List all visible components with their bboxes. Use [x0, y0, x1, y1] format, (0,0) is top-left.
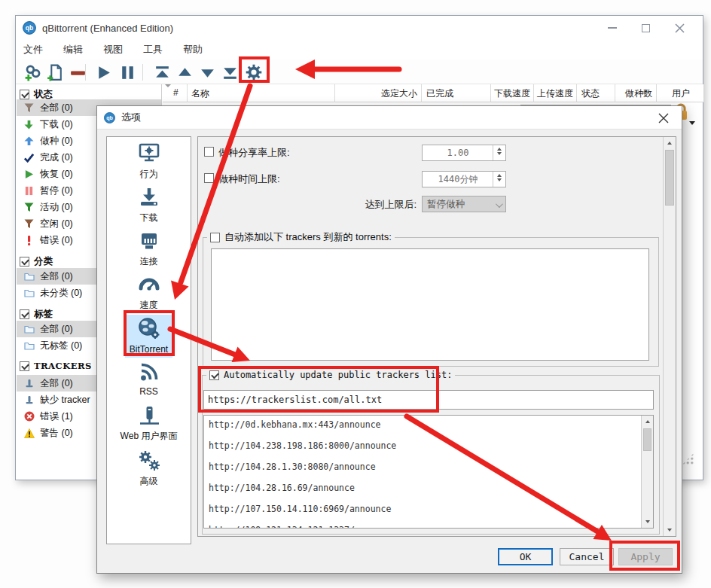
funnel-icon [23, 202, 35, 212]
menu-edit[interactable]: 编辑 [63, 43, 93, 56]
annotation-box-apply [609, 541, 680, 571]
play-icon [23, 169, 35, 179]
col-upload-speed[interactable]: 上传速度 [508, 87, 573, 100]
trackers-checkbox[interactable] [20, 361, 29, 371]
tracker-list-item: http://104.28.16.69/announce [209, 483, 355, 495]
close-button[interactable] [663, 16, 697, 40]
nav-downloads[interactable]: 下载 [108, 185, 190, 224]
auto-add-trackers-label: 自动添加以下 trackers 到新的 torrents: [224, 230, 392, 244]
window-resize-grip[interactable] [682, 452, 694, 465]
seed-time-spinbox[interactable]: 1440分钟 [422, 171, 506, 187]
folder-icon [23, 288, 35, 298]
spinner-buttons[interactable] [493, 145, 505, 160]
col-selected-size[interactable]: 选定大小 [342, 87, 417, 100]
cancel-button[interactable]: Cancel [560, 548, 614, 565]
funnel-icon [23, 102, 35, 113]
move-down-button[interactable] [197, 62, 218, 83]
nav-speed[interactable]: 速度 [108, 273, 190, 312]
add-torrent-file-button[interactable] [44, 62, 66, 83]
nav-advanced[interactable]: 高级 [108, 449, 190, 488]
section-trackers: TRACKERS [20, 358, 92, 373]
scrollbar-thumb[interactable] [665, 150, 674, 206]
error-icon [23, 411, 35, 422]
settings-scrollbar[interactable] [663, 137, 676, 536]
torrent-table-header: # 名称 选定大小 已完成 下载速度 上传速度 状态 做种数 用户 [163, 84, 703, 102]
move-bottom-icon [221, 63, 240, 82]
qbittorrent-logo-icon: qb [23, 21, 36, 35]
annotation-box-gear [239, 56, 270, 83]
seed-ratio-checkbox[interactable] [204, 147, 214, 157]
check-icon [23, 152, 35, 163]
pause-button[interactable] [117, 62, 138, 83]
spin-down-icon [497, 152, 502, 155]
section-tags: 标签 [20, 306, 53, 321]
move-top-icon [153, 63, 172, 82]
svg-text:qb: qb [106, 115, 113, 121]
move-up-icon [175, 63, 194, 82]
menu-view[interactable]: 视图 [103, 43, 133, 56]
status-checkbox[interactable] [20, 90, 29, 99]
warning-icon [23, 428, 35, 438]
upload-arrow-icon [23, 136, 35, 146]
dialog-close-button[interactable] [647, 106, 680, 129]
menu-file[interactable]: 文件 [23, 43, 53, 56]
limit-action-dropdown[interactable]: 暂停做种 [422, 196, 506, 212]
tracker-list-item: http://104.238.198.186:8000/announce [209, 440, 396, 452]
scroll-up-icon[interactable] [642, 416, 653, 428]
folder-icon [23, 324, 35, 334]
tracker-list-item: http://109.121.134.121:1337/announce [209, 525, 396, 529]
nav-webui[interactable]: Web 用户界面 [108, 404, 190, 443]
move-bottom-button[interactable] [219, 62, 240, 83]
nav-behavior[interactable]: 行为 [108, 142, 190, 181]
limit-reached-label: 达到上限后: [306, 198, 417, 212]
move-up-button[interactable] [174, 62, 195, 83]
seed-ratio-label: 做种分享率上限: [218, 146, 290, 160]
nav-connection[interactable]: 连接 [108, 229, 190, 268]
title-bar: qb qBittorrent (Enhanced Edition) [16, 16, 703, 40]
tracker-list-item: http://104.28.1.30:8080/announce [209, 462, 376, 474]
new-trackers-textarea[interactable] [211, 248, 649, 361]
tracker-pin-icon [23, 395, 35, 405]
ok-button[interactable]: OK [498, 548, 553, 565]
col-number[interactable]: # [173, 87, 179, 98]
menu-help[interactable]: 帮助 [183, 43, 212, 56]
scroll-down-icon[interactable] [664, 524, 676, 536]
tags-checkbox[interactable] [20, 309, 29, 319]
options-dialog: qb 选项 行为 [96, 105, 682, 574]
funnel-icon [23, 218, 35, 229]
seed-time-checkbox[interactable] [204, 173, 214, 183]
scrollbar-thumb[interactable] [643, 428, 651, 451]
tracker-list-scrollbar[interactable] [641, 416, 653, 528]
seed-ratio-spinbox[interactable]: 1.00 [422, 145, 506, 161]
menu-tools[interactable]: 工具 [143, 43, 172, 56]
maximize-icon [642, 24, 650, 32]
pause-icon [23, 185, 35, 196]
bittorrent-settings-pane: 做种分享率上限: 1.00 做种时间上限: 1440分钟 达到上限后: 暂停做种… [197, 136, 676, 537]
nav-rss[interactable]: RSS [108, 360, 190, 397]
seed-time-label: 做种时间上限: [218, 172, 280, 186]
scroll-down-icon[interactable] [642, 516, 653, 528]
exclamation-icon [23, 235, 35, 245]
section-categories: 分类 [20, 254, 53, 269]
col-name[interactable]: 名称 [191, 87, 209, 100]
public-trackers-list[interactable]: http://0d.kebhana.mx:443/announce http:/… [203, 415, 654, 529]
annotation-box-auto-update [198, 366, 439, 413]
play-icon [94, 63, 113, 82]
maximize-button[interactable] [629, 16, 663, 40]
categories-checkbox[interactable] [20, 257, 29, 267]
lock-dropdown-carat [689, 121, 695, 125]
auto-add-trackers-checkbox[interactable] [210, 233, 220, 242]
scroll-up-icon[interactable] [664, 137, 676, 149]
folder-icon [23, 271, 35, 282]
col-users[interactable]: 用户 [624, 87, 690, 100]
move-top-button[interactable] [151, 62, 172, 83]
minimize-icon [608, 27, 617, 29]
minimize-button[interactable] [595, 16, 629, 40]
chevron-down-icon [496, 200, 503, 208]
spinner-buttons[interactable] [493, 172, 505, 187]
pause-icon [118, 63, 137, 82]
col-completed[interactable]: 已完成 [426, 87, 453, 100]
add-torrent-link-button[interactable] [22, 62, 43, 83]
resume-button[interactable] [93, 62, 114, 83]
tracker-list-item: http://0d.kebhana.mx:443/announce [209, 419, 380, 431]
